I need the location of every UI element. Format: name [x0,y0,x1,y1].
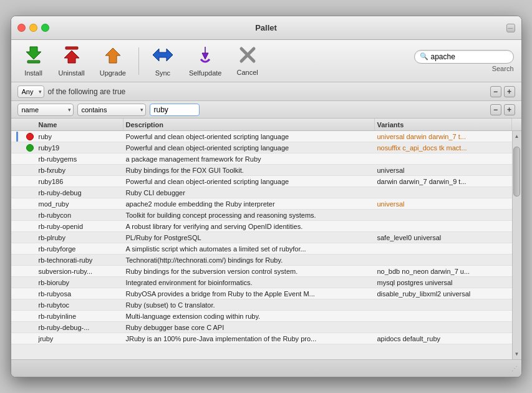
svg-rect-1 [27,61,40,63]
filter-condition-text: of the following are true [48,87,126,96]
bottom-bar: ⋰ [11,359,521,377]
sync-icon [152,46,174,67]
row-description: RubyOSA provides a bridge from Ruby to t… [123,290,375,298]
table-row[interactable]: rb-bioruby Integrated environment for bi… [11,277,512,288]
row-name: rb-rubyosa [36,290,123,298]
sync-label: Sync [155,69,170,77]
row-name: rb-technorati-ruby [36,256,123,264]
filter-controls-2: − + [490,104,515,115]
filter-bar-1: Any All of the following are true − + [11,82,521,101]
filter-remove-button[interactable]: − [490,86,501,97]
titlebar: Pallet — [11,16,521,40]
titlebar-right: — [506,24,521,32]
row-description: Ruby bindings for the FOX GUI Toolkit. [123,167,375,174]
upgrade-button[interactable]: Upgrade [95,43,131,79]
row-name: rb-ruby-debug-... [36,324,123,331]
toolbar-sep-1 [138,47,139,75]
scroll-up-button[interactable]: ▲ [513,132,521,140]
install-button[interactable]: Install [19,43,49,79]
row-name: ruby19 [36,144,123,152]
table-body: ruby Powerful and clean object-oriented … [11,131,512,359]
svg-marker-5 [153,49,173,61]
zoom-button[interactable] [41,24,49,32]
sync-button[interactable]: Sync [147,43,179,79]
col-name-header: Name [36,119,123,130]
table-row[interactable]: rb-ruby-openid A robust library for veri… [11,221,512,232]
cancel-icon [239,46,256,67]
row-description: Multi-language extension coding within r… [123,313,375,320]
search-icon: 🔍 [420,52,428,61]
table-row[interactable]: rb-rubyforge A simplistic script which a… [11,243,512,255]
status-dot-green [26,144,34,152]
row-name: rb-rubyforge [36,245,123,253]
selfupdate-button[interactable]: Selfupdate [184,43,227,79]
table-row[interactable]: ruby Powerful and clean object-oriented … [11,131,512,142]
search-box: 🔍 ✕ [414,50,514,64]
filter-row-remove-button[interactable]: − [490,104,501,115]
search-input[interactable] [431,52,522,61]
table-row[interactable]: rb-ruby-debug-... Ruby debugger base cor… [11,322,512,333]
row-description: Powerful and clean object-oriented scrip… [123,133,375,140]
col-description-header: Description [123,119,375,130]
row-description: apache2 module embedding the Ruby interp… [123,200,375,208]
table-row[interactable]: rb-rubygems a package management framewo… [11,153,512,165]
row-description: Ruby debugger base core C API [123,324,375,331]
scroll-down-button[interactable]: ▼ [513,350,521,358]
table-row[interactable]: rb-rubyosa RubyOSA provides a bridge fro… [11,288,512,299]
table-row[interactable]: subversion-ruby... Ruby bindings for the… [11,266,512,277]
table-row[interactable]: rb-fxruby Ruby bindings for the FOX GUI … [11,165,512,176]
row-variants: nosuffix c_api_docs tk mact... [375,144,512,152]
upgrade-icon [103,46,123,67]
table-row[interactable]: rb-ruby-debug Ruby CLI debugger [11,187,512,198]
traffic-lights [11,24,49,32]
row-status [24,144,36,152]
uninstall-icon [62,46,82,67]
table-row[interactable]: rb-technorati-ruby Technorati(http://tec… [11,255,512,266]
table-row[interactable]: jruby JRuby is an 100% pure-Java impleme… [11,333,512,344]
minimize-button[interactable] [29,24,37,32]
row-description: Ruby (subset) to C translator. [123,301,375,309]
filter-field-select[interactable]: name description variants [17,104,74,116]
svg-marker-0 [26,47,41,59]
search-area: 🔍 ✕ Search [414,50,514,72]
selfupdate-label: Selfupdate [189,69,222,77]
svg-marker-6 [202,47,208,59]
table-row[interactable]: rb-rubycon Toolkit for building concept … [11,210,512,221]
resize-grip[interactable]: ⋰ [511,365,518,372]
filter-controls-1: − + [490,86,515,97]
row-name: subversion-ruby... [36,268,123,275]
install-icon [24,46,44,67]
row-variants: mysql postgres universal [375,279,512,286]
row-variants: disable_ruby_libxml2 universal [375,290,512,298]
filter-value-input[interactable] [150,104,200,116]
filter-add-button[interactable]: + [504,86,515,97]
table-row[interactable]: mod_ruby apache2 module embedding the Ru… [11,198,512,210]
table-row[interactable]: rb-rubyinline Multi-language extension c… [11,311,512,322]
upgrade-label: Upgrade [100,69,126,77]
cancel-button[interactable]: Cancel [232,44,263,79]
row-name: rb-rubygems [36,155,123,163]
filter-field-wrap: name description variants [17,104,74,116]
row-description: Powerful and clean object-oriented scrip… [123,144,375,152]
window-resize-btn[interactable]: — [506,24,515,32]
row-description: A robust library for verifying and servi… [123,223,375,230]
row-name: jruby [36,335,123,342]
row-description: Powerful and clean object-oriented scrip… [123,178,375,185]
window-title: Pallet [255,23,277,32]
table-row[interactable]: rb-plruby PL/Ruby for PostgreSQL safe_le… [11,232,512,243]
table-row[interactable]: ruby19 Powerful and clean object-oriente… [11,142,512,153]
status-dot-red [26,133,34,140]
row-name: rb-bioruby [36,279,123,286]
scrollbar-track: ▲ ▼ [512,131,521,359]
filter-operator-select[interactable]: contains does not contain is is not [77,104,146,116]
close-button[interactable] [17,24,26,32]
table-row[interactable]: rb-rubytoc Ruby (subset) to C translator… [11,299,512,311]
filter-row-add-button[interactable]: + [504,104,515,115]
scrollbar-thumb[interactable] [513,147,520,196]
uninstall-button[interactable]: Uninstall [54,43,90,79]
filter-any-select[interactable]: Any All [17,85,44,98]
row-description: Toolkit for building concept processing … [123,211,375,219]
row-variants: darwin darwin_7 darwin_9 t... [375,178,512,185]
row-variants: universal [375,167,512,174]
table-row[interactable]: ruby186 Powerful and clean object-orient… [11,176,512,187]
